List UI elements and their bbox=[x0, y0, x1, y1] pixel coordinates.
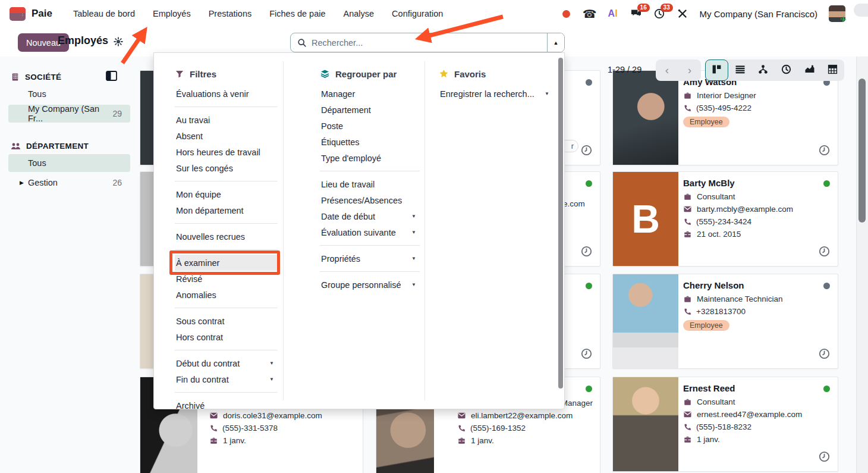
sidebar-item-gestion[interactable]: ▶Gestion26 bbox=[8, 174, 130, 192]
menu-item-fiches-de-paie[interactable]: Fiches de paie bbox=[262, 5, 333, 22]
schedule-activity-button[interactable] bbox=[581, 246, 592, 259]
dropdown-item-mon-quipe[interactable]: Mon équipe bbox=[175, 186, 278, 202]
chevron-down-icon: ▼ bbox=[411, 214, 416, 219]
dropdown-item-d-but-du-contrat[interactable]: Début du contrat▼ bbox=[175, 355, 278, 371]
corner-pill bbox=[854, 4, 868, 17]
dropdown-item-hors-heures-de-travail[interactable]: Hors heures de travail bbox=[175, 144, 278, 160]
sidebar-section-title: SOCIÉTÉ bbox=[11, 73, 139, 82]
favorites-star-icon bbox=[439, 69, 449, 79]
position-fragment: Manager bbox=[561, 399, 593, 408]
dropdown-item--examiner[interactable]: À examiner bbox=[175, 255, 278, 271]
employee-card-ernest-reed[interactable]: Ernest ReedConsultanternest.reed47@examp… bbox=[612, 377, 838, 472]
dropdown-item-fin-du-contrat[interactable]: Fin du contrat▼ bbox=[175, 371, 278, 387]
dropdown-item-manager[interactable]: Manager bbox=[320, 86, 420, 102]
payroll-app-icon[interactable]: : bbox=[10, 7, 26, 21]
dropdown-item-nouvelles-recrues[interactable]: Nouvelles recrues bbox=[175, 228, 278, 245]
employee-card-amy-watson[interactable]: Amy WatsonInterior Designer(535)-495-422… bbox=[612, 70, 838, 165]
card-body: doris.cole31@example.com(555)-331-53781 … bbox=[209, 409, 356, 447]
sidebar-item-my-company-san-fr-[interactable]: My Company (San Fr...29 bbox=[8, 105, 130, 123]
dropdown-item-lieu-de-travail[interactable]: Lieu de travail bbox=[320, 176, 420, 192]
expand-icon[interactable]: ▶ bbox=[20, 180, 24, 186]
phone-icon bbox=[683, 308, 691, 316]
search-options-toggle[interactable]: ▲ bbox=[547, 33, 564, 52]
employee-card-barty-mcbly[interactable]: BBarty McBlyConsultantbarty.mcbly@exampl… bbox=[612, 171, 838, 267]
menu-item-employ-s[interactable]: Employés bbox=[145, 5, 199, 22]
page-scrollbar-thumb[interactable] bbox=[858, 79, 866, 223]
dropdown-item-type-d-employ-[interactable]: Type d'employé bbox=[320, 150, 420, 166]
presence-status-dot bbox=[586, 386, 592, 392]
employee-card-cherry-nelson[interactable]: Cherry NelsonMaintenance Technician+3281… bbox=[612, 274, 838, 369]
dropdown-item-r-vis-[interactable]: Révisé bbox=[175, 271, 278, 287]
sidebar-item-tous[interactable]: Tous bbox=[8, 154, 130, 172]
dropdown-item--tiquettes[interactable]: Étiquettes bbox=[320, 134, 420, 150]
dropdown-item-au-travai[interactable]: Au travai bbox=[175, 112, 278, 128]
divider bbox=[175, 308, 278, 308]
schedule-activity-button[interactable] bbox=[581, 145, 592, 158]
phone-icon bbox=[209, 424, 218, 433]
envelope-icon bbox=[457, 412, 466, 419]
dropdown-item-enregistrer-la-recherch-[interactable]: Enregistrer la recherch...▼ bbox=[439, 86, 553, 102]
people-icon bbox=[11, 142, 21, 151]
dropdown-item-hors-contrat[interactable]: Hors contrat bbox=[175, 329, 278, 345]
search-icon bbox=[297, 38, 307, 48]
app-name[interactable]: Paie bbox=[32, 8, 52, 20]
menu-item-tableau-de-bord[interactable]: Tableau de bord bbox=[65, 5, 143, 22]
dropdown-item-anomalies[interactable]: Anomalies bbox=[175, 287, 278, 303]
dropdown-item-absent[interactable]: Absent bbox=[175, 128, 278, 144]
card-body: Cherry NelsonMaintenance Technician+3281… bbox=[683, 280, 831, 331]
menu-item-analyse[interactable]: Analyse bbox=[336, 5, 382, 22]
dropdown-item-pr-sences-absences[interactable]: Présences/Absences bbox=[320, 192, 420, 208]
menu-item-prestations[interactable]: Prestations bbox=[201, 5, 260, 22]
view-button-list[interactable] bbox=[728, 59, 751, 81]
messages-icon[interactable]: 16 bbox=[630, 8, 642, 20]
dropdown-item-d-partement[interactable]: Département bbox=[320, 102, 420, 118]
dropdown-item--valuation-suivante[interactable]: Évaluation suivante▼ bbox=[320, 224, 420, 240]
activity-clock-icon bbox=[819, 145, 830, 156]
dropdown-item-sur-les-cong-s[interactable]: Sur les congés bbox=[175, 160, 278, 176]
panel-toggle-icon[interactable] bbox=[106, 71, 117, 83]
schedule-activity-button[interactable] bbox=[581, 348, 592, 362]
employee-name: Barty McBly bbox=[683, 178, 831, 188]
pager-next-button[interactable]: › bbox=[678, 59, 701, 81]
dropdown-item-mon-d-partement[interactable]: Mon département bbox=[175, 202, 278, 218]
divider bbox=[320, 271, 420, 272]
search-input[interactable] bbox=[312, 38, 547, 48]
activities-badge: 33 bbox=[661, 4, 673, 12]
record-indicator-icon[interactable] bbox=[561, 8, 573, 20]
gear-icon[interactable] bbox=[114, 37, 123, 46]
dropdown-item-date-de-d-but[interactable]: Date de début▼ bbox=[320, 208, 420, 224]
dropdown-item-sous-contrat[interactable]: Sous contrat bbox=[175, 313, 278, 329]
user-avatar[interactable]: ✈ bbox=[829, 5, 845, 22]
schedule-activity-button[interactable] bbox=[819, 145, 830, 158]
dropdown-item-archiv-[interactable]: Archivé bbox=[175, 397, 278, 414]
ai-icon[interactable]: AI bbox=[607, 8, 619, 20]
dropdown-scrollbar[interactable] bbox=[558, 58, 563, 389]
divider bbox=[320, 171, 420, 171]
schedule-activity-button[interactable] bbox=[819, 348, 830, 362]
dropdown-item-propri-t-s[interactable]: Propriétés▼ bbox=[320, 250, 420, 267]
messages-badge: 16 bbox=[637, 4, 650, 12]
sidebar-item-tous[interactable]: Tous bbox=[8, 85, 130, 103]
schedule-activity-button[interactable] bbox=[819, 246, 830, 259]
activities-icon[interactable]: 33 bbox=[653, 8, 665, 20]
building-icon bbox=[11, 73, 20, 82]
dropdown-item-groupe-personnalis-[interactable]: Groupe personnalisé▼ bbox=[320, 277, 420, 293]
divider bbox=[320, 245, 420, 246]
chevron-down-icon: ▼ bbox=[411, 282, 416, 287]
dropdown-item-poste[interactable]: Poste bbox=[320, 118, 420, 134]
presence-status-dot bbox=[586, 283, 592, 289]
menu-item-configuration[interactable]: Configuration bbox=[384, 5, 451, 22]
filter-icon bbox=[175, 70, 184, 79]
activity-clock-icon bbox=[581, 145, 592, 156]
view-button-kanban[interactable] bbox=[705, 59, 728, 81]
voip-phone-icon[interactable]: ☎ bbox=[584, 8, 596, 20]
tools-icon[interactable] bbox=[677, 8, 688, 20]
view-button-graph[interactable] bbox=[798, 59, 821, 81]
view-button-activity[interactable] bbox=[775, 59, 798, 81]
schedule-activity-button[interactable] bbox=[819, 451, 830, 465]
dropdown-item--valuations-venir[interactable]: Évaluations à venir bbox=[175, 86, 278, 102]
view-button-hierarchy[interactable] bbox=[751, 59, 775, 81]
view-button-pivot[interactable] bbox=[821, 59, 844, 81]
pager-previous-button[interactable]: ‹ bbox=[656, 59, 678, 81]
company-switcher[interactable]: My Company (San Francisco) bbox=[700, 9, 817, 19]
